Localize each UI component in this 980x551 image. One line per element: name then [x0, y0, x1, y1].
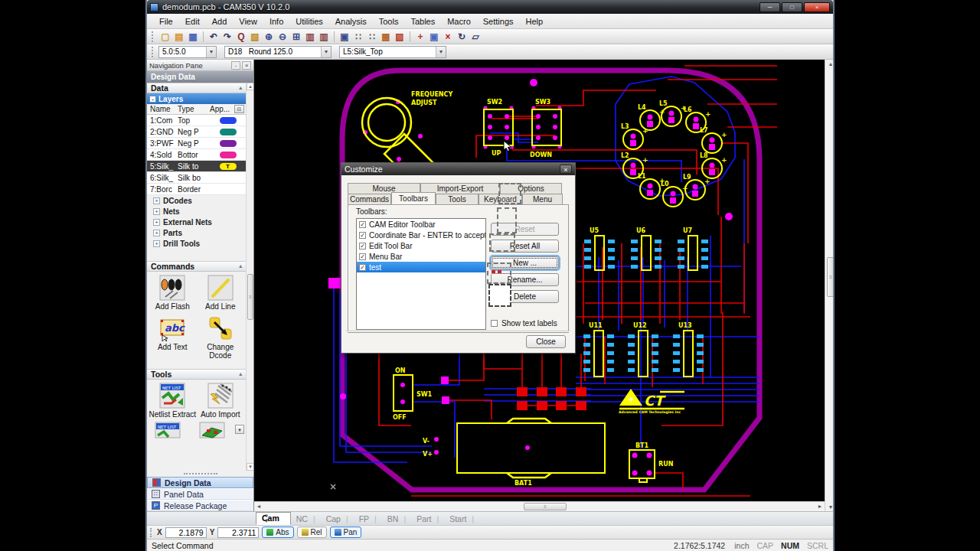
panel-data-button[interactable]: ∷ Panel Data	[147, 488, 253, 500]
collapse-icon[interactable]: ▴	[239, 371, 242, 377]
checkbox-checked-icon[interactable]: ✓	[359, 243, 366, 249]
undo-icon[interactable]: ↶	[207, 30, 220, 43]
document-tab[interactable]: Start	[444, 514, 479, 525]
layer-color-swatch[interactable]	[220, 140, 237, 147]
title-bar[interactable]: demodum.pcb - CAM350 V 10.2.0 ─ □ ×	[147, 0, 833, 14]
toolbar-list-item[interactable]: ✓ CAM Editor Toolbar	[357, 219, 485, 230]
release-package-button[interactable]: P Release Package	[147, 500, 253, 511]
add-line-button[interactable]: Add Line	[197, 275, 245, 311]
query-icon[interactable]: Q	[234, 30, 248, 43]
tools-more-button[interactable]: ▾	[235, 425, 244, 434]
scroll-up-icon[interactable]: ▲	[247, 83, 253, 90]
tree-item[interactable]: + External Nets	[147, 217, 246, 227]
copy-icon[interactable]: ▣	[427, 30, 441, 43]
checkbox-checked-icon[interactable]: ✓	[359, 232, 366, 239]
menu-item[interactable]: Macro	[441, 15, 477, 28]
compare-layers-icon[interactable]	[199, 422, 225, 439]
layer-color-swatch[interactable]	[220, 117, 237, 124]
layers-node[interactable]: - Layers	[147, 93, 246, 104]
redraw-icon[interactable]: ▣	[338, 30, 351, 43]
menu-item[interactable]: Utilities	[289, 15, 328, 28]
scroll-down-icon[interactable]: ▼	[247, 463, 253, 471]
layer-select[interactable]: L5:Silk_Top ▼	[339, 46, 446, 58]
zoom-in-icon[interactable]: ⊕	[262, 30, 276, 43]
delete-icon[interactable]: ×	[441, 30, 455, 43]
menu-item[interactable]: Add	[206, 15, 234, 28]
pane-scrollbar[interactable]: ▲ ≡ ▼	[246, 83, 253, 471]
layer-row[interactable]: 4:Sold Bottor	[147, 149, 246, 161]
scroll-left-icon[interactable]: ◄	[254, 503, 263, 510]
colors-icon[interactable]: ▩	[379, 30, 393, 43]
checkbox-checked-icon[interactable]: ✓	[359, 264, 366, 271]
collapse-icon[interactable]: ▴	[239, 263, 242, 269]
dialog-close-icon[interactable]: ×	[560, 165, 572, 174]
menu-item[interactable]: Tools	[373, 15, 405, 28]
chevron-down-icon[interactable]: ▼	[206, 47, 216, 57]
document-tab[interactable]: NC	[291, 514, 321, 525]
layer-row[interactable]: 7:Borc Border	[147, 184, 246, 195]
dialog-tab[interactable]: Menu	[522, 194, 563, 204]
toolbar-list-item[interactable]: ✓ Coordinate Bar - ENTER to accept, @ fo…	[357, 230, 485, 240]
auto-import-button[interactable]: Auto Import	[197, 383, 245, 419]
menu-item[interactable]: View	[233, 15, 263, 28]
toolbar-list-item[interactable]: ✓ test	[357, 262, 485, 272]
rel-mode-button[interactable]: Rel	[297, 527, 327, 538]
zoom-sheet-icon[interactable]: ▥	[303, 30, 317, 43]
minimize-button[interactable]: ─	[760, 2, 780, 12]
close-dialog-button[interactable]: Close	[526, 335, 566, 348]
redo-icon[interactable]: ↷	[220, 30, 234, 43]
scroll-down-icon[interactable]: ▼	[826, 503, 833, 511]
layer-color-swatch[interactable]	[220, 174, 237, 181]
document-tab[interactable]: BN	[382, 514, 411, 525]
rotate-icon[interactable]: ↻	[455, 30, 469, 43]
layer-color-swatch[interactable]	[220, 186, 237, 193]
menu-item[interactable]: Tables	[404, 15, 441, 28]
clean-icon[interactable]: ▧	[248, 30, 262, 43]
toolbar-list-item[interactable]: ✓ Edit Tool Bar	[357, 240, 485, 251]
document-tab[interactable]: Part	[411, 514, 444, 525]
grid-dots-icon[interactable]: ∷	[365, 30, 379, 43]
dialog-title-bar[interactable]: Customize ×	[341, 163, 575, 175]
dcode-select[interactable]: D18 Round 125.0 ▼	[224, 46, 332, 58]
show-text-labels-checkbox[interactable]: Show text labels	[491, 319, 557, 328]
film-icon[interactable]: ▥	[317, 30, 331, 43]
netlist-import-icon[interactable]: NET LIST	[155, 422, 181, 439]
toolbar-grip[interactable]	[152, 31, 155, 42]
document-tab[interactable]: Cap	[321, 514, 354, 525]
open-icon[interactable]: ▤	[172, 30, 186, 43]
scroll-up-icon[interactable]: ▲	[826, 60, 833, 68]
layer-row[interactable]: 2:GND Neg P	[147, 126, 246, 138]
zoom-out-icon[interactable]: ⊖	[276, 30, 289, 43]
pane-resize-grip[interactable]	[147, 471, 253, 477]
chevron-down-icon[interactable]: ▼	[321, 47, 331, 57]
tools-section-header[interactable]: Tools▴	[147, 369, 246, 380]
pane-close-button[interactable]: ×	[242, 61, 251, 70]
menu-item[interactable]: Help	[520, 15, 550, 28]
netlist-extract-button[interactable]: NET LIST Netlist Extract	[149, 383, 197, 419]
close-button[interactable]: ×	[804, 2, 830, 12]
dialog-tab[interactable]: Commands	[348, 194, 391, 204]
expand-icon[interactable]: +	[153, 197, 160, 204]
scrollbar-thumb[interactable]: ≡	[247, 274, 253, 320]
move-icon[interactable]: +	[413, 30, 427, 43]
zoom-window-icon[interactable]: ⊞	[289, 30, 303, 43]
layer-row[interactable]: 1:Com Top	[147, 115, 246, 126]
save-icon[interactable]: ▦	[186, 30, 200, 43]
expand-icon[interactable]: +	[153, 230, 160, 236]
grid-icon[interactable]: ∷	[351, 30, 365, 43]
menu-item[interactable]: Settings	[477, 15, 520, 28]
coordbar-grip[interactable]	[150, 528, 152, 537]
menu-item[interactable]: Edit	[179, 15, 206, 28]
layer-row[interactable]: 3:PWF Neg P	[147, 138, 246, 149]
checkbox-checked-icon[interactable]: ✓	[359, 221, 366, 228]
canvas-hscrollbar[interactable]: ◄ ≡ ►	[254, 501, 825, 511]
tree-item[interactable]: + Drill Tools	[147, 238, 246, 249]
toolbar-overflow-icon[interactable]: »▾	[260, 513, 273, 524]
expand-icon[interactable]: +	[153, 208, 160, 215]
commands-section-header[interactable]: Commands▴	[147, 261, 246, 272]
canvas-vscrollbar[interactable]: ▲ ≡ ▼	[825, 60, 833, 511]
layer-color-swatch[interactable]	[220, 129, 237, 135]
menu-item[interactable]: File	[153, 15, 179, 28]
tree-item[interactable]: + DCodes	[147, 195, 246, 206]
scroll-right-icon[interactable]: ►	[815, 503, 825, 510]
